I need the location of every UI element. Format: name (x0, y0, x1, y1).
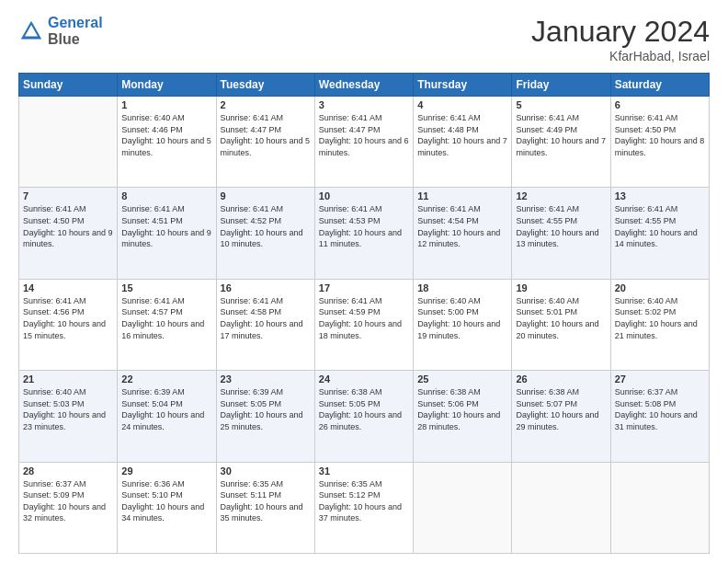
day-number: 18 (417, 282, 507, 293)
day-info: Sunrise: 6:41 AMSunset: 4:55 PMDaylight:… (516, 203, 606, 249)
day-info: Sunrise: 6:41 AMSunset: 4:57 PMDaylight:… (121, 295, 211, 341)
day-number: 4 (417, 99, 507, 110)
day-info: Sunrise: 6:38 AMSunset: 5:05 PMDaylight:… (319, 386, 409, 432)
day-info: Sunrise: 6:40 AMSunset: 5:03 PMDaylight:… (23, 386, 113, 432)
day-info: Sunrise: 6:41 AMSunset: 4:48 PMDaylight:… (417, 112, 507, 158)
day-info: Sunrise: 6:35 AMSunset: 5:11 PMDaylight:… (221, 478, 311, 524)
day-info: Sunrise: 6:38 AMSunset: 5:06 PMDaylight:… (417, 386, 507, 432)
header: General Blue January 2024 KfarHabad, Isr… (18, 15, 710, 63)
calendar-cell (512, 462, 610, 553)
day-header-tuesday: Tuesday (216, 74, 314, 97)
day-number: 7 (23, 190, 113, 201)
page: General Blue January 2024 KfarHabad, Isr… (0, 0, 728, 563)
calendar-cell: 9Sunrise: 6:41 AMSunset: 4:52 PMDaylight… (216, 188, 314, 279)
calendar-cell: 19Sunrise: 6:40 AMSunset: 5:01 PMDayligh… (512, 279, 610, 370)
day-number: 19 (516, 282, 606, 293)
calendar-cell: 12Sunrise: 6:41 AMSunset: 4:55 PMDayligh… (512, 188, 610, 279)
day-info: Sunrise: 6:41 AMSunset: 4:47 PMDaylight:… (319, 112, 409, 158)
calendar-cell: 5Sunrise: 6:41 AMSunset: 4:49 PMDaylight… (512, 97, 610, 188)
calendar-week-1: 1Sunrise: 6:40 AMSunset: 4:46 PMDaylight… (19, 97, 710, 188)
calendar-cell: 11Sunrise: 6:41 AMSunset: 4:54 PMDayligh… (414, 188, 512, 279)
logo-icon (18, 18, 44, 44)
calendar-cell: 17Sunrise: 6:41 AMSunset: 4:59 PMDayligh… (314, 279, 413, 370)
day-number: 17 (319, 282, 409, 293)
day-info: Sunrise: 6:37 AMSunset: 5:08 PMDaylight:… (615, 386, 705, 432)
day-number: 13 (615, 190, 705, 201)
day-info: Sunrise: 6:39 AMSunset: 5:05 PMDaylight:… (221, 386, 311, 432)
day-info: Sunrise: 6:41 AMSunset: 4:56 PMDaylight:… (23, 295, 113, 341)
calendar-cell: 2Sunrise: 6:41 AMSunset: 4:47 PMDaylight… (216, 97, 314, 188)
calendar-cell: 1Sunrise: 6:40 AMSunset: 4:46 PMDaylight… (118, 97, 216, 188)
day-number: 28 (23, 465, 113, 477)
day-info: Sunrise: 6:41 AMSunset: 4:50 PMDaylight:… (615, 112, 705, 158)
day-info: Sunrise: 6:38 AMSunset: 5:07 PMDaylight:… (516, 386, 606, 432)
calendar-cell: 29Sunrise: 6:36 AMSunset: 5:10 PMDayligh… (118, 462, 216, 553)
calendar-header-row: SundayMondayTuesdayWednesdayThursdayFrid… (19, 74, 710, 97)
day-info: Sunrise: 6:41 AMSunset: 4:50 PMDaylight:… (23, 203, 113, 249)
day-number: 6 (615, 99, 705, 110)
day-number: 21 (23, 373, 113, 385)
calendar-cell: 23Sunrise: 6:39 AMSunset: 5:05 PMDayligh… (216, 371, 314, 462)
day-number: 23 (221, 373, 311, 385)
day-info: Sunrise: 6:40 AMSunset: 5:00 PMDaylight:… (417, 295, 507, 341)
day-number: 2 (221, 99, 311, 110)
day-number: 1 (121, 99, 211, 110)
calendar-cell: 15Sunrise: 6:41 AMSunset: 4:57 PMDayligh… (118, 279, 216, 370)
day-header-monday: Monday (118, 74, 216, 97)
calendar-week-3: 14Sunrise: 6:41 AMSunset: 4:56 PMDayligh… (19, 279, 710, 370)
day-header-friday: Friday (512, 74, 610, 97)
day-info: Sunrise: 6:35 AMSunset: 5:12 PMDaylight:… (319, 478, 409, 524)
day-number: 9 (221, 190, 311, 201)
day-header-thursday: Thursday (414, 74, 512, 97)
calendar-cell: 4Sunrise: 6:41 AMSunset: 4:48 PMDaylight… (414, 97, 512, 188)
day-number: 27 (615, 373, 705, 385)
day-info: Sunrise: 6:40 AMSunset: 4:46 PMDaylight:… (121, 112, 211, 158)
calendar-cell: 27Sunrise: 6:37 AMSunset: 5:08 PMDayligh… (610, 371, 709, 462)
calendar-cell: 6Sunrise: 6:41 AMSunset: 4:50 PMDaylight… (610, 97, 709, 188)
day-info: Sunrise: 6:37 AMSunset: 5:09 PMDaylight:… (23, 478, 113, 524)
calendar-cell: 8Sunrise: 6:41 AMSunset: 4:51 PMDaylight… (118, 188, 216, 279)
day-number: 11 (417, 190, 507, 201)
calendar-cell: 31Sunrise: 6:35 AMSunset: 5:12 PMDayligh… (314, 462, 413, 553)
day-number: 10 (319, 190, 409, 201)
calendar-cell: 30Sunrise: 6:35 AMSunset: 5:11 PMDayligh… (216, 462, 314, 553)
day-header-sunday: Sunday (19, 74, 118, 97)
day-number: 15 (121, 282, 211, 293)
day-info: Sunrise: 6:41 AMSunset: 4:49 PMDaylight:… (516, 112, 606, 158)
calendar-cell: 28Sunrise: 6:37 AMSunset: 5:09 PMDayligh… (19, 462, 118, 553)
month-title: January 2024 (531, 15, 710, 49)
calendar-cell (610, 462, 709, 553)
day-number: 8 (121, 190, 211, 201)
day-info: Sunrise: 6:40 AMSunset: 5:02 PMDaylight:… (615, 295, 705, 341)
calendar-week-5: 28Sunrise: 6:37 AMSunset: 5:09 PMDayligh… (19, 462, 710, 553)
day-header-wednesday: Wednesday (314, 74, 413, 97)
day-info: Sunrise: 6:41 AMSunset: 4:51 PMDaylight:… (121, 203, 211, 249)
day-info: Sunrise: 6:39 AMSunset: 5:04 PMDaylight:… (121, 386, 211, 432)
day-number: 20 (615, 282, 705, 293)
calendar-cell: 16Sunrise: 6:41 AMSunset: 4:58 PMDayligh… (216, 279, 314, 370)
day-number: 24 (319, 373, 409, 385)
calendar-cell: 21Sunrise: 6:40 AMSunset: 5:03 PMDayligh… (19, 371, 118, 462)
calendar-cell: 3Sunrise: 6:41 AMSunset: 4:47 PMDaylight… (314, 97, 413, 188)
day-info: Sunrise: 6:36 AMSunset: 5:10 PMDaylight:… (121, 478, 211, 524)
day-info: Sunrise: 6:41 AMSunset: 4:58 PMDaylight:… (221, 295, 311, 341)
calendar-table: SundayMondayTuesdayWednesdayThursdayFrid… (18, 73, 710, 554)
day-info: Sunrise: 6:41 AMSunset: 4:59 PMDaylight:… (319, 295, 409, 341)
calendar-cell (414, 462, 512, 553)
day-number: 14 (23, 282, 113, 293)
day-number: 31 (319, 465, 409, 477)
day-number: 26 (516, 373, 606, 385)
day-number: 3 (319, 99, 409, 110)
day-number: 30 (221, 465, 311, 477)
day-header-saturday: Saturday (610, 74, 709, 97)
location-subtitle: KfarHabad, Israel (531, 49, 710, 63)
calendar-cell: 26Sunrise: 6:38 AMSunset: 5:07 PMDayligh… (512, 371, 610, 462)
day-number: 22 (121, 373, 211, 385)
calendar-cell: 14Sunrise: 6:41 AMSunset: 4:56 PMDayligh… (19, 279, 118, 370)
calendar-cell: 24Sunrise: 6:38 AMSunset: 5:05 PMDayligh… (314, 371, 413, 462)
day-info: Sunrise: 6:41 AMSunset: 4:52 PMDaylight:… (221, 203, 311, 249)
day-number: 16 (221, 282, 311, 293)
calendar-week-2: 7Sunrise: 6:41 AMSunset: 4:50 PMDaylight… (19, 188, 710, 279)
day-info: Sunrise: 6:41 AMSunset: 4:53 PMDaylight:… (319, 203, 409, 249)
calendar-cell: 25Sunrise: 6:38 AMSunset: 5:06 PMDayligh… (414, 371, 512, 462)
